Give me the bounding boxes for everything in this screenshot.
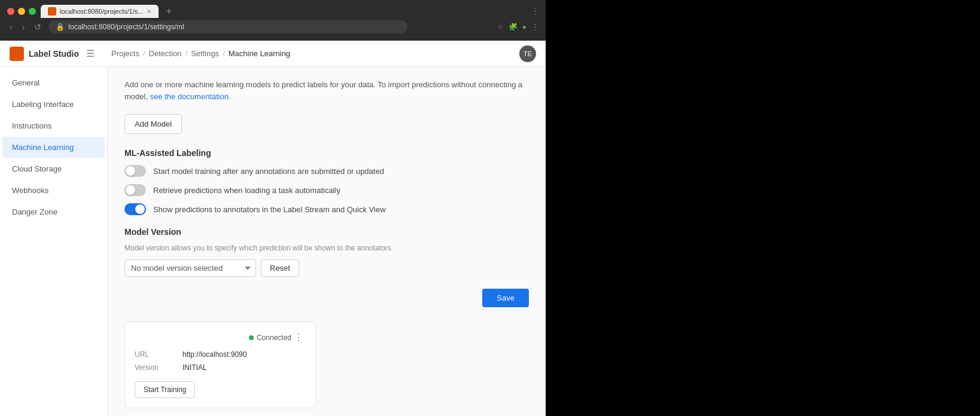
start-training-button[interactable]: Start Training (135, 381, 195, 398)
app-logo: Label Studio (10, 47, 79, 61)
url-label: URL (135, 350, 182, 359)
logo-icon (10, 47, 24, 61)
url-text: localhost:8080/projects/1/settings/ml (68, 23, 184, 31)
model-version-title: Model Version (124, 227, 529, 237)
breadcrumb-detection[interactable]: Detection (149, 49, 182, 58)
profile-icon[interactable]: ● (522, 23, 526, 31)
model-version-section: Model Version Model version allows you t… (124, 227, 529, 277)
lock-icon: 🔒 (56, 23, 65, 31)
train-toggle-knob (126, 166, 135, 176)
breadcrumb-sep-2: / (185, 49, 188, 58)
model-version-row-card: Version INITIAL (135, 363, 306, 372)
breadcrumb: Projects / Detection / Settings / Machin… (111, 49, 290, 58)
intro-paragraph: Add one or more machine learning models … (124, 79, 529, 102)
new-tab-button[interactable]: + (163, 6, 174, 17)
breadcrumb-projects[interactable]: Projects (111, 49, 139, 58)
browser-menu-icon[interactable]: ⋮ (531, 7, 538, 16)
connected-dot (249, 335, 254, 340)
breadcrumb-sep-1: / (143, 49, 145, 58)
model-card: Connected ⋮ URL http://localhost:9090 Ve… (124, 322, 316, 408)
sidebar: General Labeling Interface Instructions … (0, 67, 108, 416)
main-content: Add one or more machine learning models … (108, 67, 546, 416)
url-value: http://localhost:9090 (182, 350, 246, 359)
more-icon[interactable]: ⋮ (531, 23, 538, 31)
connected-label: Connected (257, 334, 291, 342)
sidebar-item-instructions[interactable]: Instructions (2, 115, 105, 136)
sidebar-item-machine-learning[interactable]: Machine Learning (2, 137, 105, 158)
sidebar-item-labeling-interface[interactable]: Labeling Interface (2, 94, 105, 115)
show-toggle-label: Show predictions to annotators in the La… (153, 205, 386, 214)
sidebar-item-cloud-storage[interactable]: Cloud Storage (2, 158, 105, 179)
docs-link[interactable]: see the documentation. (150, 92, 231, 101)
tab-title: localhost:8080/projects/1/s... (60, 8, 143, 15)
train-toggle-label: Start model training after any annotatio… (153, 167, 384, 176)
app-name: Label Studio (29, 49, 79, 59)
toggle-row-train: Start model training after any annotatio… (124, 165, 529, 177)
model-card-menu[interactable]: ⋮ (291, 332, 306, 343)
ml-section-title: ML-Assisted Labeling (124, 148, 529, 158)
active-tab[interactable]: localhost:8080/projects/1/s... ✕ (41, 5, 159, 18)
sidebar-item-danger-zone[interactable]: Danger Zone (2, 201, 105, 222)
train-toggle[interactable] (124, 165, 146, 177)
retrieve-toggle-label: Retrieve predictions when loading a task… (153, 186, 340, 195)
maximize-dot[interactable] (29, 8, 36, 15)
connected-badge: Connected (249, 334, 291, 342)
bookmark-icon[interactable]: ☆ (497, 23, 504, 31)
breadcrumb-sep-3: / (223, 49, 225, 58)
show-toggle-knob (135, 204, 145, 214)
retrieve-toggle-knob (126, 185, 135, 195)
model-url-row: URL http://localhost:9090 (135, 350, 306, 359)
reset-button[interactable]: Reset (261, 259, 299, 277)
show-toggle[interactable] (124, 203, 146, 215)
tab-close-button[interactable]: ✕ (147, 8, 151, 15)
breadcrumb-settings[interactable]: Settings (191, 49, 219, 58)
sidebar-item-general[interactable]: General (2, 72, 105, 93)
close-dot[interactable] (7, 8, 14, 15)
forward-button[interactable]: › (20, 21, 28, 33)
hamburger-menu[interactable]: ☰ (86, 48, 95, 59)
toggle-row-show: Show predictions to annotators in the La… (124, 203, 529, 215)
address-bar[interactable]: 🔒 localhost:8080/projects/1/settings/ml (48, 20, 407, 33)
model-card-header: Connected ⋮ (135, 332, 306, 343)
save-btn-row: Save (124, 289, 529, 307)
right-panel (546, 0, 980, 416)
add-model-button[interactable]: Add Model (124, 114, 182, 134)
app-header: Label Studio ☰ Projects / Detection / Se… (0, 41, 546, 67)
model-version-desc: Model version allows you to specify whic… (124, 244, 529, 252)
sidebar-item-webhooks[interactable]: Webhooks (2, 180, 105, 201)
minimize-dot[interactable] (18, 8, 25, 15)
model-version-row: No model version selected Reset (124, 259, 529, 277)
breadcrumb-current: Machine Learning (229, 49, 290, 58)
back-button[interactable]: ‹ (7, 21, 15, 33)
save-button[interactable]: Save (482, 289, 529, 307)
toggle-row-retrieve: Retrieve predictions when loading a task… (124, 184, 529, 196)
version-label: Version (135, 363, 182, 372)
model-version-select[interactable]: No model version selected (124, 259, 256, 277)
extension-icon[interactable]: 🧩 (509, 23, 518, 31)
version-value: INITIAL (182, 363, 207, 372)
retrieve-toggle[interactable] (124, 184, 146, 196)
tab-favicon (48, 7, 56, 16)
user-avatar[interactable]: TE (519, 45, 536, 62)
refresh-button[interactable]: ↺ (32, 21, 44, 33)
